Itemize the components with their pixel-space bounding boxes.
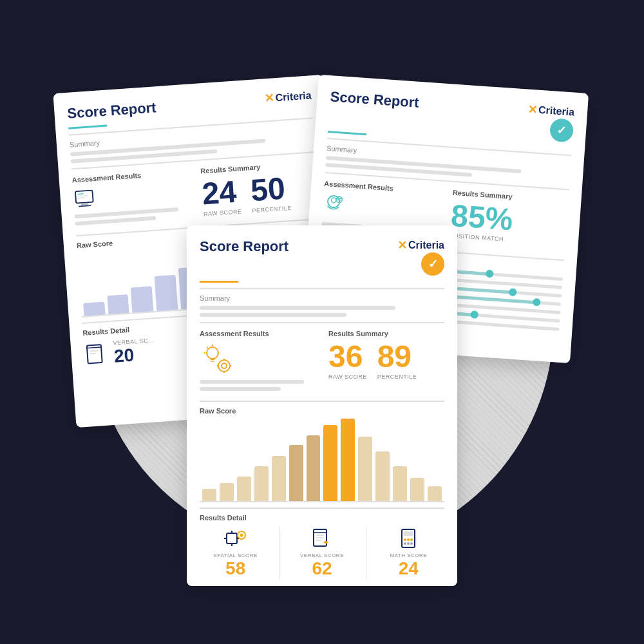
- svg-line-2: [79, 205, 91, 206]
- spatial-score-item: SPATIAL SCORE 58: [200, 527, 271, 579]
- results-detail: SPATIAL SCORE 58 VERBAL SCORE 62: [200, 527, 444, 579]
- svg-rect-40: [404, 531, 413, 536]
- math-score-item: MATH SCORE 24: [366, 527, 444, 579]
- svg-rect-8: [90, 350, 99, 352]
- svg-line-7: [87, 347, 101, 348]
- svg-rect-9: [90, 353, 97, 355]
- svg-point-21: [207, 347, 218, 359]
- card-back-right-logo: ✕ Criteria: [527, 102, 574, 120]
- front-bar-chart: [200, 419, 444, 502]
- front-assessment-section: Assessment Results: [200, 330, 444, 394]
- card-front-logo: ✕ Criteria: [397, 238, 444, 252]
- svg-rect-0: [75, 190, 93, 203]
- svg-line-13: [337, 198, 342, 199]
- card-back-right-title: Score Report: [330, 88, 420, 111]
- svg-rect-27: [227, 533, 237, 544]
- divider-teal: [68, 125, 107, 129]
- svg-point-41: [404, 538, 406, 541]
- svg-point-16: [222, 363, 227, 368]
- card-front: Score Report ✕ Criteria ✓ Summary Assess…: [187, 225, 457, 586]
- percentile-value: 50: [250, 173, 292, 206]
- svg-rect-5: [78, 197, 86, 198]
- svg-point-42: [407, 538, 410, 541]
- svg-line-14: [337, 200, 342, 200]
- assessment-section: Assessment Results Results Summary: [71, 159, 319, 229]
- verbal-score-item: VERBAL SCORE 62: [279, 527, 357, 579]
- math-score-value: 24: [373, 558, 444, 579]
- svg-point-15: [218, 360, 230, 372]
- check-badge-teal: ✓: [549, 118, 574, 142]
- book-verbal-icon: [310, 527, 334, 550]
- lightbulb-icon: [200, 341, 233, 375]
- card-back-left-logo: ✕ Criteria: [264, 88, 312, 106]
- verbal-score-partial: 20: [113, 343, 156, 366]
- front-percentile: 89: [377, 341, 417, 372]
- profile-icon: [322, 191, 348, 218]
- verbal-score-value: 62: [286, 558, 357, 579]
- monitor-icon: [73, 186, 99, 213]
- svg-point-45: [407, 542, 410, 545]
- svg-point-44: [404, 542, 406, 545]
- book-icon: [84, 341, 108, 366]
- card-back-left-title: Score Report: [67, 99, 157, 122]
- svg-line-25: [207, 347, 208, 348]
- svg-point-46: [410, 542, 413, 545]
- svg-point-33: [240, 534, 243, 537]
- math-icon: [397, 527, 420, 550]
- raw-score-value: 24: [201, 176, 242, 209]
- front-summary-label: Summary: [200, 294, 444, 302]
- svg-rect-4: [77, 195, 87, 197]
- check-badge-orange: ✓: [421, 252, 444, 276]
- svg-point-11: [331, 198, 336, 203]
- card-front-title: Score Report: [200, 238, 289, 255]
- scene: Score Report ✕ Criteria Summary Assessme…: [32, 32, 612, 612]
- spatial-icon: [224, 527, 247, 550]
- svg-rect-3: [77, 193, 83, 194]
- svg-point-43: [410, 538, 413, 541]
- spatial-score-value: 58: [200, 558, 271, 579]
- front-raw-score: 36: [328, 341, 367, 372]
